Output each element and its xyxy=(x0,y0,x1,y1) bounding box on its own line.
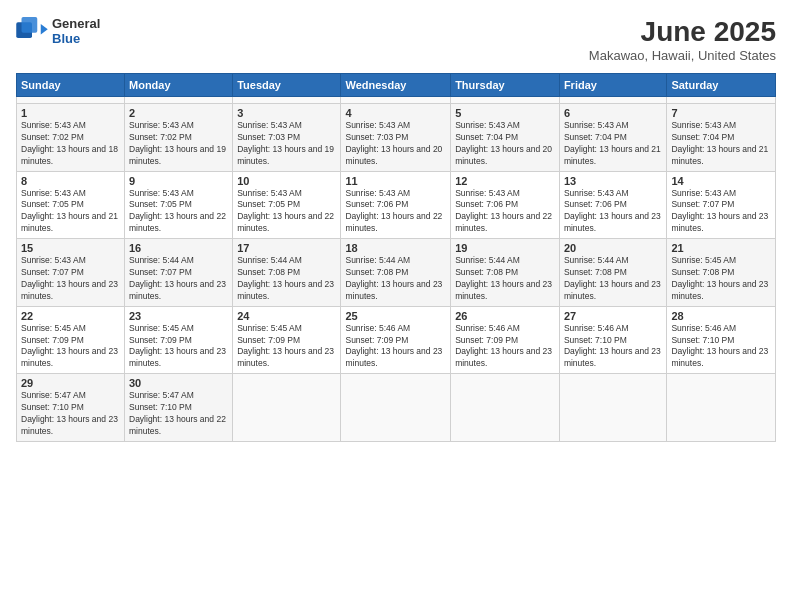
table-row xyxy=(125,97,233,104)
day-info: Sunrise: 5:45 AMSunset: 7:09 PMDaylight:… xyxy=(21,323,120,371)
day-number: 19 xyxy=(455,242,555,254)
table-row: 3Sunrise: 5:43 AMSunset: 7:03 PMDaylight… xyxy=(233,104,341,172)
col-monday: Monday xyxy=(125,74,233,97)
day-number: 8 xyxy=(21,175,120,187)
day-info: Sunrise: 5:43 AMSunset: 7:07 PMDaylight:… xyxy=(21,255,120,303)
day-info: Sunrise: 5:45 AMSunset: 7:09 PMDaylight:… xyxy=(237,323,336,371)
table-row xyxy=(341,374,451,442)
page: General Blue June 2025 Makawao, Hawaii, … xyxy=(0,0,792,612)
logo-text: General Blue xyxy=(52,16,100,46)
day-number: 28 xyxy=(671,310,771,322)
calendar-week-row: 8Sunrise: 5:43 AMSunset: 7:05 PMDaylight… xyxy=(17,171,776,239)
table-row: 28Sunrise: 5:46 AMSunset: 7:10 PMDayligh… xyxy=(667,306,776,374)
table-row: 7Sunrise: 5:43 AMSunset: 7:04 PMDaylight… xyxy=(667,104,776,172)
col-friday: Friday xyxy=(559,74,666,97)
day-number: 23 xyxy=(129,310,228,322)
day-number: 26 xyxy=(455,310,555,322)
table-row: 9Sunrise: 5:43 AMSunset: 7:05 PMDaylight… xyxy=(125,171,233,239)
calendar-header-row: Sunday Monday Tuesday Wednesday Thursday… xyxy=(17,74,776,97)
day-info: Sunrise: 5:44 AMSunset: 7:08 PMDaylight:… xyxy=(345,255,446,303)
location: Makawao, Hawaii, United States xyxy=(589,48,776,63)
day-number: 3 xyxy=(237,107,336,119)
table-row: 29Sunrise: 5:47 AMSunset: 7:10 PMDayligh… xyxy=(17,374,125,442)
calendar-week-row: 1Sunrise: 5:43 AMSunset: 7:02 PMDaylight… xyxy=(17,104,776,172)
table-row: 2Sunrise: 5:43 AMSunset: 7:02 PMDaylight… xyxy=(125,104,233,172)
table-row xyxy=(341,97,451,104)
day-number: 20 xyxy=(564,242,662,254)
day-info: Sunrise: 5:43 AMSunset: 7:04 PMDaylight:… xyxy=(671,120,771,168)
day-number: 24 xyxy=(237,310,336,322)
day-number: 15 xyxy=(21,242,120,254)
day-number: 10 xyxy=(237,175,336,187)
table-row: 10Sunrise: 5:43 AMSunset: 7:05 PMDayligh… xyxy=(233,171,341,239)
svg-marker-2 xyxy=(41,24,48,35)
day-number: 7 xyxy=(671,107,771,119)
table-row: 17Sunrise: 5:44 AMSunset: 7:08 PMDayligh… xyxy=(233,239,341,307)
col-sunday: Sunday xyxy=(17,74,125,97)
calendar-week-row xyxy=(17,97,776,104)
svg-rect-1 xyxy=(22,17,38,33)
table-row: 8Sunrise: 5:43 AMSunset: 7:05 PMDaylight… xyxy=(17,171,125,239)
day-info: Sunrise: 5:46 AMSunset: 7:10 PMDaylight:… xyxy=(564,323,662,371)
day-info: Sunrise: 5:44 AMSunset: 7:07 PMDaylight:… xyxy=(129,255,228,303)
table-row: 23Sunrise: 5:45 AMSunset: 7:09 PMDayligh… xyxy=(125,306,233,374)
day-info: Sunrise: 5:45 AMSunset: 7:09 PMDaylight:… xyxy=(129,323,228,371)
logo-general-text: General xyxy=(52,16,100,31)
day-number: 4 xyxy=(345,107,446,119)
day-number: 21 xyxy=(671,242,771,254)
day-number: 30 xyxy=(129,377,228,389)
day-info: Sunrise: 5:43 AMSunset: 7:05 PMDaylight:… xyxy=(237,188,336,236)
day-info: Sunrise: 5:46 AMSunset: 7:10 PMDaylight:… xyxy=(671,323,771,371)
day-info: Sunrise: 5:46 AMSunset: 7:09 PMDaylight:… xyxy=(345,323,446,371)
table-row: 4Sunrise: 5:43 AMSunset: 7:03 PMDaylight… xyxy=(341,104,451,172)
table-row xyxy=(233,97,341,104)
day-number: 16 xyxy=(129,242,228,254)
table-row: 24Sunrise: 5:45 AMSunset: 7:09 PMDayligh… xyxy=(233,306,341,374)
table-row xyxy=(451,97,560,104)
table-row xyxy=(233,374,341,442)
table-row: 22Sunrise: 5:45 AMSunset: 7:09 PMDayligh… xyxy=(17,306,125,374)
calendar-week-row: 15Sunrise: 5:43 AMSunset: 7:07 PMDayligh… xyxy=(17,239,776,307)
day-info: Sunrise: 5:43 AMSunset: 7:07 PMDaylight:… xyxy=(671,188,771,236)
calendar-week-row: 22Sunrise: 5:45 AMSunset: 7:09 PMDayligh… xyxy=(17,306,776,374)
day-number: 25 xyxy=(345,310,446,322)
table-row: 20Sunrise: 5:44 AMSunset: 7:08 PMDayligh… xyxy=(559,239,666,307)
title-block: June 2025 Makawao, Hawaii, United States xyxy=(589,16,776,63)
table-row: 14Sunrise: 5:43 AMSunset: 7:07 PMDayligh… xyxy=(667,171,776,239)
day-number: 18 xyxy=(345,242,446,254)
table-row: 16Sunrise: 5:44 AMSunset: 7:07 PMDayligh… xyxy=(125,239,233,307)
table-row: 21Sunrise: 5:45 AMSunset: 7:08 PMDayligh… xyxy=(667,239,776,307)
col-tuesday: Tuesday xyxy=(233,74,341,97)
table-row: 12Sunrise: 5:43 AMSunset: 7:06 PMDayligh… xyxy=(451,171,560,239)
day-info: Sunrise: 5:43 AMSunset: 7:05 PMDaylight:… xyxy=(129,188,228,236)
month-title: June 2025 xyxy=(589,16,776,48)
calendar-table: Sunday Monday Tuesday Wednesday Thursday… xyxy=(16,73,776,442)
table-row: 26Sunrise: 5:46 AMSunset: 7:09 PMDayligh… xyxy=(451,306,560,374)
table-row xyxy=(667,374,776,442)
day-info: Sunrise: 5:43 AMSunset: 7:04 PMDaylight:… xyxy=(455,120,555,168)
day-number: 27 xyxy=(564,310,662,322)
day-info: Sunrise: 5:44 AMSunset: 7:08 PMDaylight:… xyxy=(564,255,662,303)
table-row: 30Sunrise: 5:47 AMSunset: 7:10 PMDayligh… xyxy=(125,374,233,442)
day-number: 12 xyxy=(455,175,555,187)
day-info: Sunrise: 5:45 AMSunset: 7:08 PMDaylight:… xyxy=(671,255,771,303)
day-number: 11 xyxy=(345,175,446,187)
calendar-week-row: 29Sunrise: 5:47 AMSunset: 7:10 PMDayligh… xyxy=(17,374,776,442)
day-number: 6 xyxy=(564,107,662,119)
day-number: 14 xyxy=(671,175,771,187)
day-number: 2 xyxy=(129,107,228,119)
table-row xyxy=(559,374,666,442)
table-row: 5Sunrise: 5:43 AMSunset: 7:04 PMDaylight… xyxy=(451,104,560,172)
day-info: Sunrise: 5:43 AMSunset: 7:02 PMDaylight:… xyxy=(21,120,120,168)
table-row: 6Sunrise: 5:43 AMSunset: 7:04 PMDaylight… xyxy=(559,104,666,172)
table-row: 1Sunrise: 5:43 AMSunset: 7:02 PMDaylight… xyxy=(17,104,125,172)
day-number: 9 xyxy=(129,175,228,187)
day-number: 13 xyxy=(564,175,662,187)
day-info: Sunrise: 5:43 AMSunset: 7:03 PMDaylight:… xyxy=(345,120,446,168)
table-row: 13Sunrise: 5:43 AMSunset: 7:06 PMDayligh… xyxy=(559,171,666,239)
logo: General Blue xyxy=(16,16,100,46)
table-row: 25Sunrise: 5:46 AMSunset: 7:09 PMDayligh… xyxy=(341,306,451,374)
day-info: Sunrise: 5:44 AMSunset: 7:08 PMDaylight:… xyxy=(237,255,336,303)
day-number: 17 xyxy=(237,242,336,254)
day-info: Sunrise: 5:43 AMSunset: 7:06 PMDaylight:… xyxy=(564,188,662,236)
